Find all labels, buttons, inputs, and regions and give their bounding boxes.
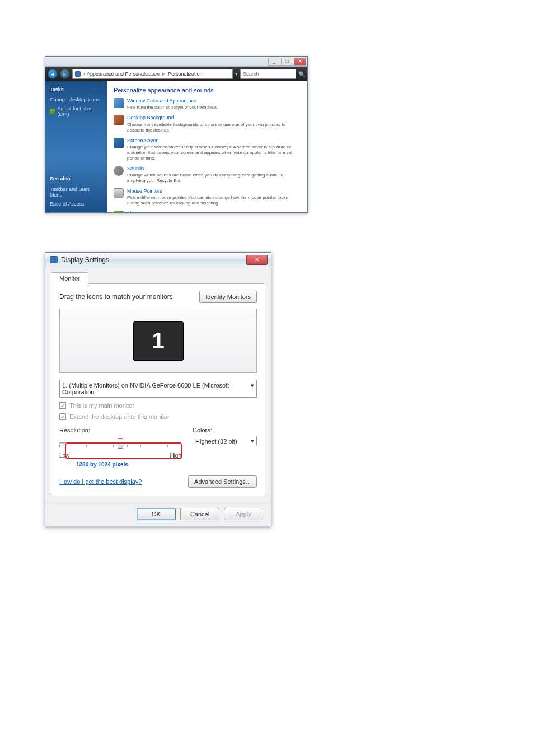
extend-desktop-checkbox: ✓ Extend the desktop onto this monitor	[59, 413, 257, 420]
checkbox-icon: ✓	[59, 402, 66, 409]
seealso-heading: See also	[50, 176, 102, 181]
dialog-buttons: OK Cancel Apply	[45, 502, 271, 526]
colors-select[interactable]: Highest (32 bit) ▾	[193, 436, 257, 446]
monitor-select[interactable]: 1. (Multiple Monitors) on NVIDIA GeForce…	[59, 380, 257, 398]
resolution-value: 1280 by 1024 pixels	[76, 461, 128, 468]
colors-value: Highest (32 bit)	[195, 438, 237, 445]
item-link-sounds[interactable]: Sounds	[127, 166, 301, 172]
monitor-icon	[50, 256, 58, 263]
monitor-select-value: 1. (Multiple Monitors) on NVIDIA GeForce…	[62, 382, 251, 395]
breadcrumb[interactable]: « Appearance and Personalization ► Perso…	[72, 69, 233, 79]
chevron-down-icon: ▾	[251, 437, 254, 445]
seealso-link-ease[interactable]: Ease of Access	[50, 201, 102, 207]
checkbox-label: Extend the desktop onto this monitor	[69, 413, 170, 420]
content-pane: Personalize appearance and sounds Window…	[107, 81, 307, 212]
tab-monitor[interactable]: Monitor	[51, 272, 88, 284]
close-button[interactable]: ✕	[246, 255, 268, 265]
window-color-icon	[114, 98, 124, 108]
item-desc: Fine tune the color and style of your wi…	[127, 105, 218, 110]
close-button[interactable]: ✕	[294, 58, 306, 66]
titlebar: Display Settings ✕	[45, 253, 271, 267]
breadcrumb-part: Personalization	[168, 71, 203, 77]
colors-label: Colors:	[193, 427, 257, 433]
shield-icon	[50, 109, 55, 114]
item-link-mouse-pointers[interactable]: Mouse Pointers	[127, 188, 301, 194]
search-icon: 🔍	[298, 71, 305, 77]
sounds-icon	[114, 166, 124, 176]
advanced-settings-button[interactable]: Advanced Settings...	[188, 475, 257, 488]
instruction-text: Drag the icons to match your monitors.	[59, 293, 175, 301]
apply-button[interactable]: Apply	[224, 508, 263, 520]
seealso-link-taskbar[interactable]: Taskbar and Start Menu	[50, 186, 102, 198]
monitor-preview[interactable]: 1	[59, 309, 257, 373]
display-settings-window: Display Settings ✕ Monitor Drag the icon…	[45, 252, 271, 526]
resolution-label: Resolution:	[59, 427, 181, 433]
sidebar-item-label: Adjust font size (DPI)	[58, 106, 102, 117]
checkbox-icon: ✓	[59, 413, 66, 420]
screen-saver-icon	[114, 138, 124, 148]
sidebar-link-desktop-icons[interactable]: Change desktop icons	[50, 97, 102, 102]
personalization-window: _ □ ✕ ◄ ► « Appearance and Personalizati…	[45, 56, 308, 213]
forward-button[interactable]: ►	[60, 69, 70, 79]
desktop-background-icon	[114, 115, 124, 125]
item-desc: Change which sounds are heard when you d…	[127, 172, 283, 183]
theme-icon	[114, 211, 124, 212]
item-link-window-color[interactable]: Window Color and Appearance	[127, 98, 218, 104]
item-link-desktop-background[interactable]: Desktop Background	[127, 115, 301, 121]
page-heading: Personalize appearance and sounds	[114, 87, 301, 94]
checkbox-label: This is my main monitor	[69, 402, 134, 409]
slider-thumb[interactable]	[118, 438, 123, 449]
help-link[interactable]: How do I get the best display?	[59, 478, 142, 485]
chevron-down-icon: ▾	[251, 382, 254, 395]
item-link-screen-saver[interactable]: Screen Saver	[127, 138, 301, 144]
resolution-slider[interactable]	[59, 437, 181, 454]
monitor-thumbnail[interactable]: 1	[133, 321, 184, 361]
item-desc: Change your screen saver or adjust when …	[127, 144, 292, 161]
maximize-button[interactable]: □	[281, 58, 293, 66]
toolbar: ◄ ► « Appearance and Personalization ► P…	[45, 67, 307, 81]
sidebar-link-font-size[interactable]: Adjust font size (DPI)	[50, 106, 102, 117]
back-button[interactable]: ◄	[48, 69, 58, 79]
item-desc: Choose from available backgrounds or col…	[127, 122, 285, 133]
minimize-button[interactable]: _	[268, 58, 280, 66]
item-link-theme[interactable]: Theme	[127, 211, 301, 212]
titlebar: _ □ ✕	[45, 57, 307, 67]
search-input[interactable]	[240, 69, 296, 79]
cancel-button[interactable]: Cancel	[180, 508, 219, 520]
item-desc: Pick a different mouse pointer. You can …	[127, 195, 288, 206]
breadcrumb-part: Appearance and Personalization	[87, 71, 160, 77]
ok-button[interactable]: OK	[137, 508, 176, 520]
sidebar: Tasks Change desktop icons Adjust font s…	[45, 81, 107, 212]
sidebar-item-label: Change desktop icons	[50, 97, 100, 102]
main-monitor-checkbox: ✓ This is my main monitor	[59, 402, 257, 409]
breadcrumb-icon	[75, 71, 81, 77]
sidebar-heading: Tasks	[50, 87, 102, 92]
monitor-panel: Drag the icons to match your monitors. I…	[51, 283, 265, 496]
identify-monitors-button[interactable]: Identify Monitors	[199, 291, 257, 303]
mouse-pointers-icon	[114, 188, 124, 198]
window-title: Display Settings	[61, 256, 243, 264]
